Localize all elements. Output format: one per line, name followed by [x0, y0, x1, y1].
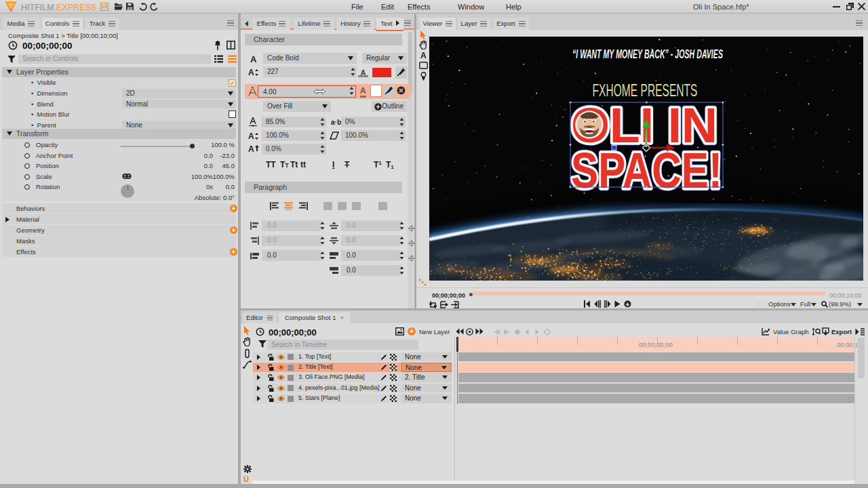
svg-text:FXHOME PRESENTS: FXHOME PRESENTS [593, 80, 698, 100]
svg-text:“I WANT MY MONEY BACK” - JOSH: “I WANT MY MONEY BACK” - JOSH DAVIES [572, 47, 723, 61]
